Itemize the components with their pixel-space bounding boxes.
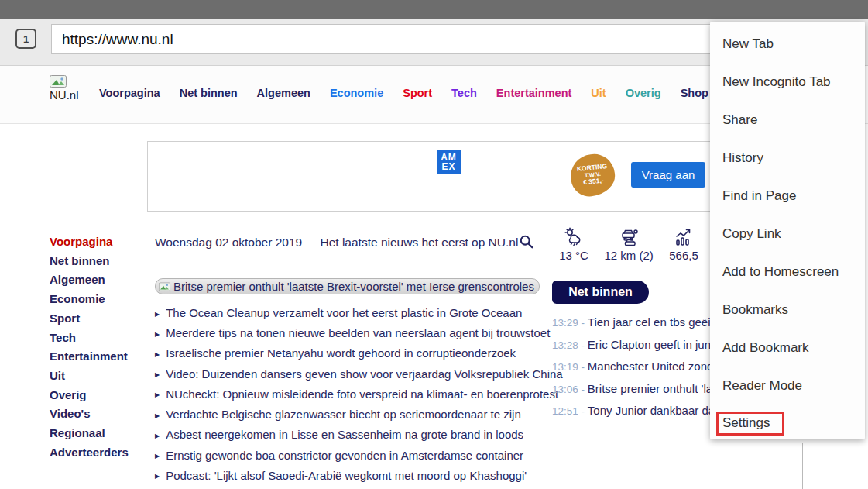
- ad-placeholder-box: [568, 443, 803, 489]
- news-item[interactable]: ▶Verdachte Belgische glazenwasser biecht…: [155, 405, 551, 425]
- net-binnen-text: Eric Clapton geeft in juni 2: [588, 338, 710, 351]
- news-item-text: Verdachte Belgische glazenwasser biecht …: [166, 408, 521, 421]
- menu-item-bookmarks[interactable]: Bookmarks: [710, 291, 865, 329]
- net-binnen-item[interactable]: 13:29 - Tien jaar cel en tbs geëist: [552, 312, 710, 334]
- news-item-text: Ernstig gewonde boa constrictor gevonden…: [166, 449, 523, 462]
- amex-logo: AM EX: [437, 150, 461, 174]
- headline-alt-text: Britse premier onthult 'laatste Brexit-v…: [173, 280, 534, 293]
- menu-item-share[interactable]: Share: [710, 101, 865, 139]
- sidebar-item-voorpagina[interactable]: Voorpagina: [50, 232, 154, 252]
- menu-item-settings[interactable]: Settings: [710, 405, 865, 443]
- weather-widget[interactable]: 13 °C: [559, 226, 588, 262]
- menu-item-copy-link[interactable]: Copy Link: [710, 215, 865, 253]
- sidebar-item-economie[interactable]: Economie: [50, 290, 154, 309]
- weather-icon: [563, 226, 585, 246]
- nav-item-net-binnen[interactable]: Net binnen: [180, 87, 238, 99]
- net-binnen-item[interactable]: 13:19 - Manchester United zonder: [552, 356, 710, 378]
- sidebar-item-adverteerders[interactable]: Adverteerders: [50, 443, 154, 463]
- menu-item-new-incognito-tab[interactable]: New Incognito Tab: [710, 63, 865, 101]
- sidebar-item-sport[interactable]: Sport: [50, 309, 154, 329]
- sidebar-item-overig[interactable]: Overig: [50, 386, 154, 405]
- nav-item-shop[interactable]: Shop: [681, 87, 708, 99]
- net-binnen-text: Britse premier onthult 'la: [588, 382, 710, 395]
- net-binnen-item[interactable]: 12:51 - Tony Junior dankbaar dat: [552, 400, 710, 422]
- nav-item-entertainment[interactable]: Entertainment: [496, 87, 572, 99]
- search-icon: [520, 235, 533, 249]
- ad-cta-button[interactable]: Vraag aan: [631, 162, 705, 188]
- net-binnen-text: Manchester United zonder: [588, 360, 710, 373]
- net-binnen-text: Tony Junior dankbaar dat: [588, 404, 710, 417]
- nav-item-tech[interactable]: Tech: [451, 87, 477, 99]
- amex-logo-top: AM: [437, 153, 461, 162]
- news-item-text: Meerdere tips na tonen nieuwe beelden va…: [166, 326, 550, 339]
- news-item[interactable]: ▶NUcheckt: Opnieuw misleidende foto vers…: [155, 385, 551, 405]
- news-item[interactable]: ▶Video: Duizenden dansers geven show voo…: [155, 365, 551, 385]
- headline-link[interactable]: Britse premier onthult 'laatste Brexit-v…: [155, 278, 540, 294]
- site-logo-label: NU.nl: [50, 88, 91, 102]
- nav-item-uit[interactable]: Uit: [591, 87, 606, 99]
- bullet-icon: ▶: [155, 412, 160, 419]
- net-binnen-header[interactable]: Net binnen: [552, 281, 649, 304]
- nav-item-sport[interactable]: Sport: [403, 87, 432, 99]
- sidebar-item-net-binnen[interactable]: Net binnen: [50, 252, 154, 271]
- bullet-icon: ▶: [155, 331, 160, 338]
- bullet-icon: ▶: [155, 432, 160, 439]
- bullet-icon: ▶: [155, 453, 160, 460]
- sidebar-item-tech[interactable]: Tech: [50, 329, 154, 348]
- news-item-text: Israëlische premier Netanyahu wordt geho…: [166, 346, 516, 360]
- section-sidebar: Voorpagina Net binnen Algemeen Economie …: [50, 232, 154, 462]
- date-text: Woensdag 02 oktober 2019: [155, 236, 302, 249]
- traffic-widget[interactable]: 12 km (2): [604, 226, 653, 262]
- sidebar-item-entertainment[interactable]: Entertainment: [50, 347, 154, 367]
- discount-badge: KORTING T.W.V. € 351,-: [568, 152, 616, 198]
- sidebar-item-uit[interactable]: Uit: [50, 367, 154, 386]
- weather-value: 13 °C: [559, 249, 588, 262]
- search-button[interactable]: [520, 234, 535, 250]
- status-bar: [0, 0, 868, 19]
- news-item-text: Podcast: 'Lijkt alsof Saoedi-Arabië wegk…: [166, 469, 527, 482]
- bullet-icon: ▶: [155, 311, 160, 318]
- bullet-icon: ▶: [155, 391, 160, 398]
- menu-item-add-bookmark[interactable]: Add Bookmark: [710, 329, 865, 367]
- net-binnen-list: 13:29 - Tien jaar cel en tbs geëist 13:2…: [552, 312, 710, 422]
- stock-index-icon: [673, 226, 695, 246]
- news-item[interactable]: ▶Ernstig gewonde boa constrictor gevonde…: [155, 446, 551, 467]
- menu-item-new-tab[interactable]: New Tab: [710, 25, 865, 63]
- ad-banner[interactable]: AM EX KORTING T.W.V. € 351,- Vraag aan: [147, 141, 721, 212]
- news-item[interactable]: ▶Podcast: 'Lijkt alsof Saoedi-Arabië weg…: [155, 467, 551, 487]
- news-item[interactable]: ▶The Ocean Cleanup verzamelt voor het ee…: [155, 304, 551, 324]
- news-item[interactable]: ▶Asbest neergekomen in Lisse en Sassenhe…: [155, 425, 551, 446]
- net-binnen-time: 13:29: [552, 317, 578, 329]
- menu-item-find-in-page[interactable]: Find in Page: [710, 177, 865, 215]
- menu-item-history[interactable]: History: [710, 139, 865, 177]
- sidebar-item-algemeen[interactable]: Algemeen: [50, 270, 154, 290]
- stock-index-widget[interactable]: 566,5: [669, 226, 698, 262]
- news-item-text: The Ocean Cleanup verzamelt voor het eer…: [166, 306, 522, 319]
- bullet-icon: ▶: [155, 473, 160, 480]
- site-nav: Voorpagina Net binnen Algemeen Economie …: [99, 87, 767, 99]
- sidebar-item-videos[interactable]: Video's: [50, 405, 154, 424]
- menu-item-reader-mode[interactable]: Reader Mode: [710, 367, 865, 405]
- tab-count-button[interactable]: 1: [15, 29, 36, 49]
- url-input[interactable]: [51, 24, 711, 54]
- net-binnen-item[interactable]: 13:28 - Eric Clapton geeft in juni 2: [552, 334, 710, 356]
- tagline-text: Het laatste nieuws het eerst op NU.nl: [320, 236, 518, 249]
- broken-image-icon: [159, 282, 170, 291]
- net-binnen-time: 13:28: [552, 339, 578, 351]
- news-item-text: Video: Duizenden dansers geven show voor…: [166, 367, 563, 381]
- news-item-text: NUcheckt: Opnieuw misleidende foto versp…: [166, 387, 558, 401]
- browser-menu: New Tab New Incognito Tab Share History …: [710, 22, 865, 439]
- news-list: ▶The Ocean Cleanup verzamelt voor het ee…: [155, 304, 551, 487]
- net-binnen-item[interactable]: 13:06 - Britse premier onthult 'la: [552, 378, 710, 401]
- news-item[interactable]: ▶Meerdere tips na tonen nieuwe beelden v…: [155, 324, 551, 344]
- sidebar-item-regionaal[interactable]: Regionaal: [50, 424, 154, 443]
- nav-item-overig[interactable]: Overig: [626, 87, 661, 99]
- traffic-value: 12 km (2): [604, 249, 653, 262]
- nav-item-algemeen[interactable]: Algemeen: [257, 87, 310, 99]
- nav-item-voorpagina[interactable]: Voorpagina: [99, 87, 160, 99]
- dateline: Woensdag 02 oktober 2019 Het laatste nie…: [155, 236, 518, 250]
- menu-item-add-to-homescreen[interactable]: Add to Homescreen: [710, 253, 865, 291]
- site-logo[interactable]: NU.nl: [50, 75, 91, 102]
- news-item[interactable]: ▶Israëlische premier Netanyahu wordt geh…: [155, 344, 551, 364]
- nav-item-economie[interactable]: Economie: [330, 87, 383, 99]
